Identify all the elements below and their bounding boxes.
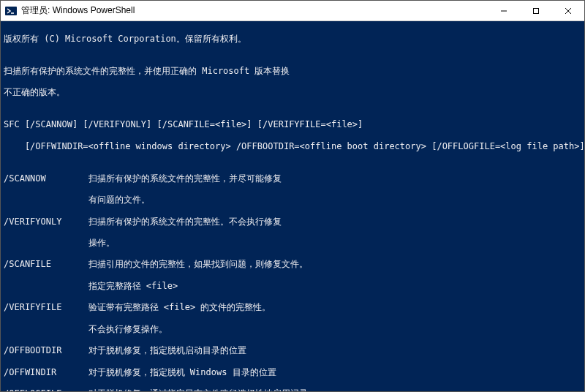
minimize-button[interactable] [488,1,520,20]
output-line: 不正确的版本。 [4,87,581,98]
output-line: /OFFBOOTDIR 对于脱机修复，指定脱机启动目录的位置 [4,345,581,356]
window-controls [488,1,584,20]
minimize-icon [500,7,507,15]
output-line: /VERIFYFILE 验证带有完整路径 <file> 的文件的完整性。 [4,302,581,313]
output-line: 扫描所有保护的系统文件的完整性，并使用正确的 Microsoft 版本替换 [4,66,581,77]
maximize-icon [532,7,540,15]
powershell-icon [5,5,17,17]
terminal-area[interactable]: 版权所有 (C) Microsoft Corporation。保留所有权利。 扫… [1,21,584,391]
output-line: /VERIFYONLY 扫描所有保护的系统文件的完整性。不会执行修复 [4,216,581,227]
output-line: 指定完整路径 <file> [4,281,581,292]
output-line: /SCANFILE 扫描引用的文件的完整性，如果找到问题，则修复文件。 [4,259,581,270]
output-line: /OFFWINDIR 对于脱机修复，指定脱机 Windows 目录的位置 [4,367,581,378]
output-line: [/OFFWINDIR=<offline windows directory> … [4,141,581,152]
output-line: 版权所有 (C) Microsoft Corporation。保留所有权利。 [4,34,581,45]
output-line: 有问题的文件。 [4,195,581,206]
output-line: /OFFLOGFILE 对于脱机修复，通过指定日志文件路径选择性地启用记录 [4,388,581,391]
output-line: 操作。 [4,238,581,249]
output-line: /SCANNOW 扫描所有保护的系统文件的完整性，并尽可能修复 [4,173,581,184]
svg-rect-3 [534,8,539,13]
powershell-window: 管理员: Windows PowerShell 版权所有 (C) Microso… [0,0,585,392]
titlebar[interactable]: 管理员: Windows PowerShell [1,1,584,21]
close-icon [565,7,572,15]
window-title: 管理员: Windows PowerShell [21,4,488,17]
output-line: SFC [/SCANNOW] [/VERIFYONLY] [/SCANFILE=… [4,119,581,130]
maximize-button[interactable] [520,1,552,20]
output-line: 不会执行修复操作。 [4,324,581,335]
close-button[interactable] [552,1,584,20]
